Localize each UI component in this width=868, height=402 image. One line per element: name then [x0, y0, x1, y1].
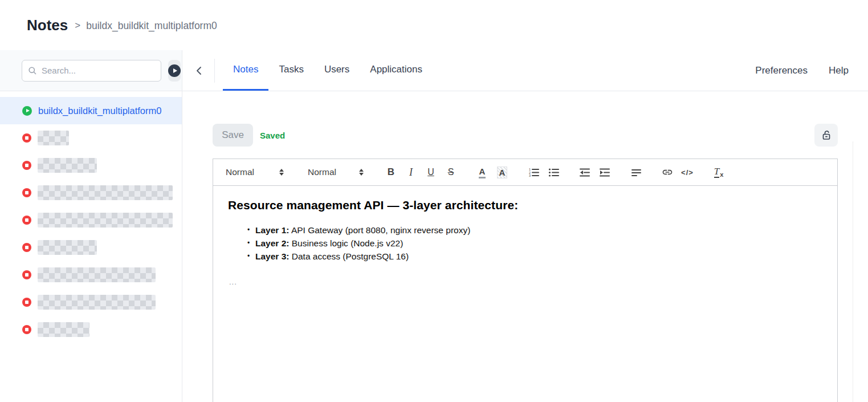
bullet-label: Layer 1: — [255, 225, 289, 235]
underline-button[interactable]: U — [424, 165, 438, 180]
ordered-list-button[interactable]: 123 — [527, 165, 540, 180]
bold-button[interactable]: B — [384, 165, 398, 180]
redacted-label — [38, 322, 89, 337]
italic-button[interactable]: I — [404, 165, 418, 180]
svg-text:3: 3 — [529, 174, 531, 177]
sidebar-item-label: buildx_buildkit_multiplatform0 — [38, 105, 161, 116]
page-header: Notes > buildx_buildkit_multiplatform0 — [0, 0, 868, 50]
tab-users[interactable]: Users — [314, 50, 360, 91]
indent-icon — [599, 167, 610, 178]
stop-circle-icon — [22, 243, 31, 252]
redacted-label — [38, 295, 156, 310]
search-box[interactable] — [22, 60, 161, 82]
outdent-icon — [579, 167, 590, 178]
breadcrumb: buildx_buildkit_multiplatform0 — [86, 20, 217, 32]
save-status-badge: Saved — [260, 131, 285, 140]
sidebar-item-redacted[interactable] — [0, 234, 182, 261]
note-bullet-item: Layer 1: API Gateway (port 8080, nginx r… — [247, 224, 822, 237]
bullet-label: Layer 3: — [255, 251, 289, 261]
tab-bar: Notes Tasks Users Applications Preferenc… — [182, 50, 868, 91]
clear-formatting-button[interactable]: Tx — [712, 165, 726, 180]
redacted-label — [38, 185, 173, 200]
clear-formatting-icon-x: x — [720, 171, 723, 178]
note-actions-row: Save Saved — [213, 124, 838, 147]
paragraph-format-value: Normal — [226, 167, 254, 177]
align-icon — [631, 167, 642, 178]
clear-formatting-icon: T — [714, 167, 719, 178]
editor-content[interactable]: Resource management API — 3-layer archit… — [213, 186, 837, 299]
bullet-list-icon — [548, 167, 559, 178]
text-color-button[interactable]: A — [475, 165, 489, 180]
stop-circle-icon — [22, 188, 31, 197]
preferences-link[interactable]: Preferences — [755, 65, 808, 76]
bullet-text: Data access (PostgreSQL 16) — [289, 251, 409, 261]
highlight-color-button[interactable]: A — [495, 165, 509, 180]
sidebar-item-redacted[interactable] — [0, 316, 182, 343]
select-arrows-icon — [359, 169, 364, 176]
stop-circle-icon — [22, 325, 31, 334]
tab-applications[interactable]: Applications — [360, 50, 433, 91]
stop-circle-icon — [22, 298, 31, 307]
sidebar-item-redacted[interactable] — [0, 152, 182, 179]
indent-button[interactable] — [598, 165, 612, 180]
help-link[interactable]: Help — [829, 65, 849, 76]
sidebar-item-redacted[interactable] — [0, 206, 182, 234]
text-color-icon: A — [479, 167, 486, 178]
redacted-label — [38, 240, 97, 255]
font-select-value: Normal — [308, 167, 336, 177]
sidebar-item-selected[interactable]: buildx_buildkit_multiplatform0 — [0, 97, 182, 124]
content-columns: buildx_buildkit_multiplatform0 — [0, 50, 868, 402]
divider — [214, 59, 215, 83]
align-button[interactable] — [629, 165, 643, 180]
lock-toggle-button[interactable] — [814, 124, 838, 147]
sidebar: buildx_buildkit_multiplatform0 — [0, 50, 182, 402]
font-select[interactable]: Normal — [308, 167, 364, 177]
play-icon — [168, 64, 181, 77]
ordered-list-icon: 123 — [528, 167, 539, 178]
note-heading: Resource management API — 3-layer archit… — [228, 198, 822, 212]
redacted-label — [38, 213, 173, 228]
save-button[interactable]: Save — [213, 124, 253, 147]
rich-text-editor: Normal Normal B I U S A A 12 — [213, 159, 838, 402]
outdent-button[interactable] — [578, 165, 592, 180]
scrollbar-track[interactable] — [853, 141, 853, 402]
bold-icon: B — [388, 167, 394, 178]
sidebar-item-redacted[interactable] — [0, 289, 182, 316]
redacted-label — [38, 267, 156, 282]
code-icon: </> — [681, 168, 694, 177]
play-circle-icon — [22, 106, 32, 116]
bullet-text: Business logic (Node.js v22) — [289, 238, 403, 248]
sidebar-search-section — [0, 50, 182, 91]
sidebar-item-redacted[interactable] — [0, 261, 182, 289]
tab-notes[interactable]: Notes — [223, 50, 268, 91]
strikethrough-button[interactable]: S — [444, 165, 458, 180]
bullet-label: Layer 2: — [255, 238, 289, 248]
tabs: Notes Tasks Users Applications — [223, 50, 433, 91]
code-block-button[interactable]: </> — [680, 165, 694, 180]
tabbar-links: Preferences Help — [755, 65, 849, 76]
strikethrough-icon: S — [448, 167, 454, 177]
stop-circle-icon — [22, 216, 31, 225]
sidebar-item-redacted[interactable] — [0, 179, 182, 206]
paragraph-format-select[interactable]: Normal — [226, 167, 284, 177]
stop-circle-icon — [22, 133, 31, 143]
highlight-color-icon: A — [497, 167, 508, 178]
redacted-label — [38, 158, 97, 173]
bullet-text: API Gateway (port 8080, nginx reverse pr… — [289, 225, 470, 235]
select-arrows-icon — [279, 169, 284, 176]
breadcrumb-separator: > — [75, 20, 80, 31]
note-bullet-list: Layer 1: API Gateway (port 8080, nginx r… — [228, 224, 822, 263]
search-input[interactable] — [42, 66, 155, 75]
stop-circle-icon — [22, 161, 31, 170]
bullet-list-button[interactable] — [547, 165, 560, 180]
tab-tasks[interactable]: Tasks — [268, 50, 313, 91]
redacted-label — [38, 131, 69, 145]
link-button[interactable] — [661, 165, 674, 180]
underline-icon: U — [427, 167, 434, 177]
sidebar-list: buildx_buildkit_multiplatform0 — [0, 91, 182, 343]
note-bullet-item: Layer 2: Business logic (Node.js v22) — [247, 237, 822, 250]
note-trailing-ellipsis: ... — [229, 278, 822, 286]
run-filter-button[interactable] — [168, 60, 181, 82]
sidebar-item-redacted[interactable] — [0, 124, 182, 152]
back-button[interactable] — [193, 63, 205, 78]
